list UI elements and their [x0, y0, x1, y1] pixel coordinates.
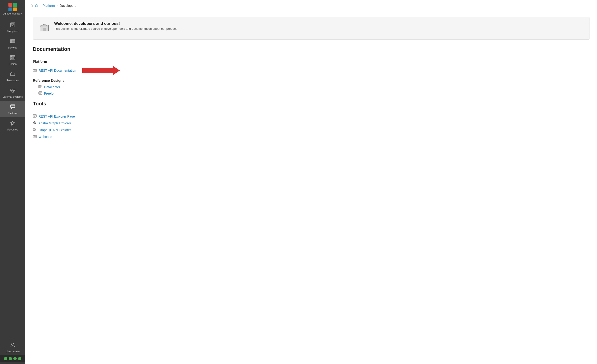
- favorites-label: Favorites: [7, 128, 18, 131]
- reference-designs-links: Datacenter Freeform: [33, 85, 589, 96]
- sidebar: Juniper Apstra™ Blueprints: [0, 0, 25, 364]
- home-icon[interactable]: ⌂: [35, 3, 38, 8]
- welcome-title: Welcome, developers and curious!: [54, 21, 177, 26]
- datacenter-icon: [39, 85, 42, 89]
- svg-rect-4: [13, 25, 14, 26]
- content-area: Welcome, developers and curious! This se…: [25, 11, 597, 364]
- tools-section: Tools REST API Explorer Page: [33, 101, 589, 139]
- svg-rect-21: [13, 89, 15, 91]
- platform-icon: [10, 104, 16, 111]
- external-systems-label: External Systems: [3, 95, 23, 98]
- platform-subsection: Platform REST API Documentation: [33, 60, 589, 75]
- dot-4: [18, 357, 21, 360]
- logo-cell-green: [13, 3, 17, 7]
- platform-subsection-title: Platform: [33, 60, 589, 63]
- reference-designs-title: Reference Designs: [33, 78, 589, 83]
- webcons-icon: [33, 135, 37, 139]
- dot-3: [13, 357, 17, 360]
- logo-cell-red: [8, 3, 12, 7]
- svg-point-61: [34, 124, 35, 124]
- welcome-banner-icon: [39, 22, 50, 35]
- annotation-arrow: [82, 66, 120, 75]
- star-icon[interactable]: ☆: [30, 3, 33, 8]
- svg-rect-2: [13, 23, 14, 24]
- svg-rect-27: [11, 108, 14, 109]
- devices-label: Devices: [8, 46, 17, 49]
- arrow-head: [113, 66, 120, 75]
- graphql-api-explorer-item: >_ GraphQL API Explorer: [33, 128, 589, 132]
- graphql-link[interactable]: GraphQL API Explorer: [39, 128, 71, 132]
- documentation-divider: [33, 55, 589, 55]
- svg-rect-1: [11, 23, 12, 24]
- platform-label: Platform: [8, 112, 18, 114]
- sidebar-item-external-systems[interactable]: External Systems: [0, 84, 25, 101]
- blueprints-label: Blueprints: [7, 30, 18, 33]
- svg-marker-29: [11, 121, 15, 125]
- svg-rect-20: [10, 89, 12, 91]
- user-icon: [10, 342, 16, 349]
- svg-text:>_: >_: [33, 129, 35, 130]
- datacenter-link[interactable]: Datacenter: [44, 85, 60, 89]
- svg-rect-32: [43, 28, 46, 31]
- welcome-description: This section is the ultimate source of d…: [54, 27, 177, 30]
- freeform-item: Freeform: [39, 91, 589, 96]
- graphql-icon: >_: [33, 128, 37, 132]
- main-content: ☆ ⌂ › Platform › Developers Welcome, dev…: [25, 0, 597, 364]
- blueprints-icon: [10, 22, 16, 29]
- sidebar-item-blueprints[interactable]: Blueprints: [0, 19, 25, 35]
- logo-cell-yellow: [13, 8, 17, 11]
- sidebar-item-design[interactable]: Design: [0, 52, 25, 68]
- webcons-link[interactable]: Webcons: [39, 135, 52, 139]
- sidebar-item-resources[interactable]: Resources: [0, 68, 25, 84]
- svg-point-58: [34, 121, 35, 122]
- reference-designs-subsection: Reference Designs Datacenter: [33, 78, 589, 96]
- resources-label: Resources: [7, 79, 19, 82]
- devices-icon: [10, 38, 16, 45]
- sidebar-item-platform[interactable]: Platform: [0, 101, 25, 117]
- user-item[interactable]: User: admin: [0, 340, 25, 355]
- svg-rect-25: [11, 105, 15, 107]
- apstra-graph-icon: [33, 121, 37, 125]
- external-systems-icon: [10, 87, 16, 94]
- apstra-graph-link[interactable]: Apstra Graph Explorer: [39, 121, 71, 125]
- sidebar-bottom: User: admin: [0, 340, 25, 364]
- breadcrumb-sep-1: ›: [40, 4, 41, 8]
- svg-rect-3: [11, 25, 12, 26]
- logo-cell-blue: [8, 8, 12, 11]
- app-name-label: Juniper Apstra™: [3, 12, 22, 15]
- freeform-icon: [39, 91, 42, 96]
- app-logo: Juniper Apstra™: [0, 0, 25, 17]
- rest-api-explorer-icon: [33, 114, 37, 119]
- sidebar-dots: [0, 355, 25, 362]
- freeform-link[interactable]: Freeform: [44, 91, 57, 95]
- breadcrumb-platform[interactable]: Platform: [43, 4, 55, 8]
- breadcrumb-developers: Developers: [60, 4, 76, 8]
- webcons-item: Webcons: [33, 135, 589, 139]
- svg-point-14: [11, 58, 12, 59]
- logo-grid: [8, 3, 17, 11]
- svg-point-60: [36, 122, 36, 123]
- design-icon: [10, 55, 16, 62]
- favorites-icon: [10, 120, 16, 127]
- sidebar-item-favorites[interactable]: Favorites: [0, 117, 25, 134]
- svg-rect-5: [10, 40, 15, 43]
- welcome-banner: Welcome, developers and curious! This se…: [33, 17, 589, 40]
- sidebar-nav: Blueprints Devices: [0, 17, 25, 340]
- rest-api-explorer-link[interactable]: REST API Explorer Page: [39, 114, 75, 118]
- rest-api-doc-icon: [33, 68, 37, 73]
- svg-point-30: [11, 343, 14, 346]
- user-label: User: admin: [6, 350, 19, 353]
- arrow-body: [82, 68, 113, 73]
- rest-api-doc-item: REST API Documentation: [33, 66, 589, 75]
- svg-rect-22: [12, 91, 14, 92]
- design-label: Design: [9, 62, 17, 65]
- datacenter-item: Datacenter: [39, 85, 589, 89]
- rest-api-doc-link[interactable]: REST API Documentation: [39, 69, 76, 72]
- documentation-section-title: Documentation: [33, 46, 589, 52]
- breadcrumb-sep-2: ›: [57, 4, 58, 8]
- svg-rect-17: [11, 73, 15, 76]
- welcome-banner-text: Welcome, developers and curious! This se…: [54, 21, 177, 30]
- apstra-graph-explorer-item: Apstra Graph Explorer: [33, 121, 589, 125]
- sidebar-item-devices[interactable]: Devices: [0, 35, 25, 52]
- rest-api-explorer-item: REST API Explorer Page: [33, 114, 589, 119]
